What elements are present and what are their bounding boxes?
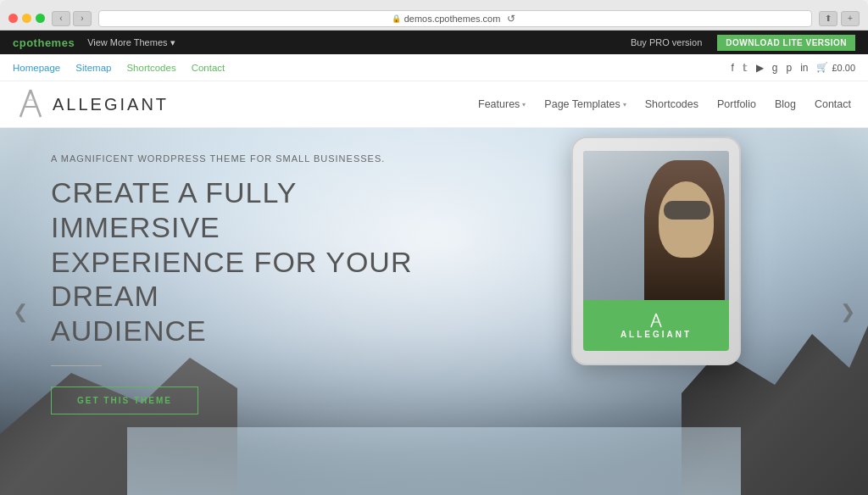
admin-bar: cpothemes View More Themes ▾ Buy PRO ver… — [0, 31, 868, 54]
nav-link-homepage[interactable]: Homepage — [13, 63, 60, 73]
share-button[interactable]: ⬆ — [819, 11, 837, 26]
nav-features[interactable]: Features ▾ — [478, 98, 526, 110]
site-title: ALLEGIANT — [53, 95, 169, 114]
nav-link-sitemap[interactable]: Sitemap — [75, 63, 111, 73]
logo-icon — [17, 88, 44, 120]
nav-page-templates[interactable]: Page Templates ▾ — [544, 98, 626, 110]
hero-tagline: A MAGNIFICENT WORDPRESS THEME FOR SMALL … — [51, 153, 415, 164]
add-tab-button[interactable]: + — [841, 11, 860, 26]
cart-area[interactable]: 🛒 £0.00 — [816, 62, 855, 73]
hero-next-arrow[interactable]: ❯ — [836, 300, 860, 324]
hero-divider — [51, 365, 102, 366]
hero-heading: CREATE A FULLY IMMERSIVE EXPERIENCE FOR … — [51, 175, 415, 348]
admin-bar-left: cpothemes View More Themes ▾ — [13, 36, 175, 49]
reload-button[interactable]: ↺ — [504, 11, 519, 26]
close-button[interactable] — [8, 14, 18, 23]
back-button[interactable]: ‹ — [52, 11, 70, 26]
hero-content: A MAGNIFICENT WORDPRESS THEME FOR SMALL … — [51, 153, 415, 414]
nav-link-shortcodes[interactable]: Shortcodes — [126, 63, 175, 73]
maximize-button[interactable] — [36, 14, 45, 23]
logo-area: ALLEGIANT — [17, 88, 169, 120]
page-templates-chevron-icon: ▾ — [623, 101, 626, 108]
hero-prev-arrow[interactable]: ❮ — [8, 300, 32, 324]
features-chevron-icon: ▾ — [522, 101, 526, 108]
cart-amount: £0.00 — [832, 63, 855, 73]
tablet-screen-lower: ALLEGIANT — [583, 300, 729, 351]
hero-section: ❮ A MAGNIFICENT WORDPRESS THEME FOR SMAL… — [0, 128, 868, 495]
tablet-screen: ALLEGIANT — [583, 151, 729, 351]
brand-logo: cpothemes — [13, 36, 75, 49]
linkedin-icon[interactable]: in — [800, 62, 808, 74]
youtube-icon[interactable]: ▶ — [756, 62, 764, 74]
get-theme-button[interactable]: GET THIS THEME — [51, 387, 198, 414]
forward-button[interactable]: › — [73, 11, 92, 26]
pinterest-icon[interactable]: p — [786, 62, 792, 74]
secondary-nav: Homepage Sitemap Shortcodes Contact f 𝕥 … — [0, 54, 868, 81]
view-themes-button[interactable]: View More Themes ▾ — [87, 37, 175, 48]
tablet-screen-upper — [583, 151, 729, 300]
download-lite-button[interactable]: DOWNLOAD LITE VERSION — [717, 35, 855, 51]
cart-icon: 🛒 — [816, 62, 828, 73]
minimize-button[interactable] — [22, 14, 31, 23]
nav-portfolio[interactable]: Portfolio — [717, 98, 756, 110]
social-links: f 𝕥 ▶ g p in 🛒 £0.00 — [731, 62, 855, 74]
nav-shortcodes[interactable]: Shortcodes — [645, 98, 698, 110]
browser-chrome: ‹ › 🔒 demos.cpothemes.com ↺ ⬆ + — [0, 0, 868, 31]
address-bar[interactable]: 🔒 demos.cpothemes.com ↺ — [98, 10, 812, 27]
admin-bar-right: Buy PRO version DOWNLOAD LITE VERSION — [624, 35, 855, 51]
url-text: demos.cpothemes.com — [404, 14, 501, 24]
tablet-theme-name: ALLEGIANT — [620, 330, 692, 339]
site-header: ALLEGIANT Features ▾ Page Templates ▾ Sh… — [0, 81, 868, 128]
tablet-logo-icon — [649, 313, 663, 328]
secondary-nav-links: Homepage Sitemap Shortcodes Contact — [13, 63, 225, 73]
main-nav: Features ▾ Page Templates ▾ Shortcodes P… — [478, 98, 851, 110]
dropdown-arrow-icon: ▾ — [170, 37, 175, 48]
buy-pro-button[interactable]: Buy PRO version — [624, 35, 709, 50]
google-plus-icon[interactable]: g — [772, 62, 778, 74]
tablet-mockup: ALLEGIANT — [571, 136, 741, 365]
tablet-outer: ALLEGIANT — [571, 136, 741, 365]
site-wrapper: cpothemes View More Themes ▾ Buy PRO ver… — [0, 31, 868, 495]
nav-contact[interactable]: Contact — [815, 98, 851, 110]
lock-icon: 🔒 — [392, 14, 401, 23]
facebook-icon[interactable]: f — [731, 62, 733, 74]
nav-blog[interactable]: Blog — [775, 98, 796, 110]
traffic-lights — [8, 14, 45, 23]
twitter-icon[interactable]: 𝕥 — [743, 62, 748, 74]
water-area — [127, 427, 741, 495]
nav-link-contact[interactable]: Contact — [192, 63, 225, 73]
